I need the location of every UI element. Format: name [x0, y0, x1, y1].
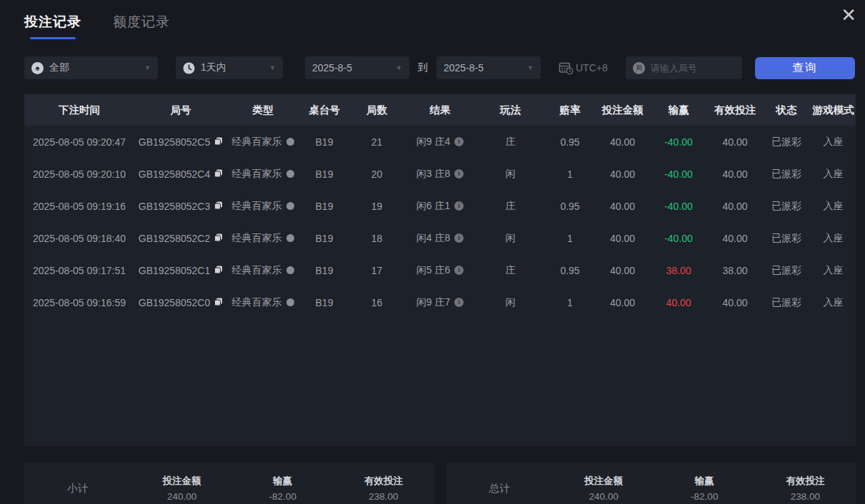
- status: 已派彩: [762, 190, 811, 222]
- stat-value: 240.00: [554, 491, 654, 502]
- chevron-down-icon: ▼: [527, 64, 534, 71]
- play-type: 庄: [476, 190, 544, 222]
- game-mode: 入座: [811, 126, 856, 158]
- result: 闲3 庄8: [416, 168, 450, 181]
- round-number: 21: [350, 126, 404, 158]
- win-loss-value: -40.00: [664, 233, 693, 244]
- game-logo-icon: [286, 234, 294, 242]
- result: 闲9 庄7: [416, 296, 450, 309]
- play-type: 闲: [476, 222, 544, 254]
- table-row: 2025-08-05 09:17:51 GB19258052C1 经典百家乐 B…: [24, 254, 856, 286]
- odds: 1: [544, 158, 596, 190]
- result-cell: 闲9 庄7 i: [404, 286, 476, 318]
- game-type-cell: 经典百家乐: [227, 286, 299, 318]
- column-header: 局数: [350, 94, 404, 126]
- table-body: 2025-08-05 09:20:47 GB19258052C5 经典百家乐 B…: [24, 126, 856, 318]
- win-loss-cell: -40.00: [649, 158, 708, 190]
- result-cell: 闲3 庄8 i: [404, 158, 476, 190]
- round-id: GB19258052C1: [139, 265, 210, 276]
- game-type: 经典百家乐: [232, 200, 282, 213]
- round-id-cell: GB19258052C5: [134, 126, 227, 158]
- chevron-down-icon: ▼: [396, 64, 402, 71]
- info-icon[interactable]: i: [454, 298, 464, 307]
- result-cell: 闲5 庄6 i: [404, 254, 476, 286]
- win-loss-value: 38.00: [666, 265, 691, 276]
- copy-icon[interactable]: [214, 297, 223, 308]
- table-number: B19: [299, 190, 350, 222]
- odds: 0.95: [544, 254, 596, 286]
- game-mode: 入座: [811, 254, 856, 286]
- round-number: 19: [350, 190, 404, 222]
- game-type: 经典百家乐: [232, 232, 282, 245]
- table-row: 2025-08-05 09:18:40 GB19258052C2 经典百家乐 B…: [24, 222, 856, 254]
- query-button[interactable]: 查询: [755, 57, 855, 79]
- result: 闲6 庄1: [416, 200, 450, 213]
- stat-value: -82.00: [654, 491, 755, 502]
- round-number: 20: [350, 158, 404, 190]
- close-icon[interactable]: ✕: [836, 4, 861, 26]
- round-id-cell: GB19258052C1: [134, 254, 227, 286]
- column-header: 玩法: [476, 94, 544, 126]
- stat-value: 240.00: [131, 491, 232, 502]
- round-number: 17: [350, 254, 404, 286]
- valid-bet: 40.00: [708, 190, 762, 222]
- table-row: 2025-08-05 09:19:16 GB19258052C3 经典百家乐 B…: [24, 190, 856, 222]
- chevron-down-icon: ▼: [269, 64, 276, 71]
- stat-value: -82.00: [232, 491, 333, 502]
- game-logo-icon: [286, 170, 294, 178]
- game-type-dropdown[interactable]: ♠ 全部 ▼: [24, 56, 158, 79]
- game-logo-icon: [286, 202, 294, 210]
- column-header: 状态: [762, 94, 811, 126]
- round-search-field[interactable]: 局: [626, 56, 742, 79]
- column-header: 赔率: [544, 94, 596, 126]
- bet-time: 2025-08-05 09:16:59: [24, 286, 134, 318]
- valid-bet: 40.00: [708, 222, 762, 254]
- column-header: 桌台号: [299, 94, 350, 126]
- game-mode: 入座: [811, 222, 856, 254]
- tab-quota-records[interactable]: 额度记录: [113, 13, 170, 39]
- column-header: 投注金额: [596, 94, 649, 126]
- round-number-input[interactable]: [651, 63, 735, 74]
- game-type-cell: 经典百家乐: [227, 126, 299, 158]
- copy-icon[interactable]: [214, 168, 223, 180]
- game-mode: 入座: [811, 158, 856, 190]
- date-to-value: 2025-8-5: [444, 62, 484, 74]
- date-to-dropdown[interactable]: 2025-8-5 ▼: [436, 56, 541, 79]
- total-panel: 总计 投注金额 240.00 输赢 -82.00 有效投注 238.00: [446, 463, 856, 504]
- column-header: 局号: [134, 94, 227, 126]
- valid-bet: 38.00: [708, 254, 762, 286]
- summary-bar: 小计 投注金额 240.00 输赢 -82.00 有效投注 238.00 总计 …: [24, 463, 856, 504]
- copy-icon[interactable]: [214, 201, 223, 212]
- round-id: GB19258052C3: [139, 201, 210, 212]
- copy-icon[interactable]: [214, 233, 223, 244]
- table-number: B19: [299, 126, 350, 158]
- tab-bet-records[interactable]: 投注记录: [24, 13, 81, 39]
- copy-icon[interactable]: [214, 265, 223, 276]
- copy-icon[interactable]: [214, 136, 223, 148]
- table-row: 2025-08-05 09:20:47 GB19258052C5 经典百家乐 B…: [24, 126, 856, 158]
- win-loss-value: -40.00: [664, 168, 693, 180]
- calendar-clock-icon: [559, 61, 574, 75]
- game-type: 经典百家乐: [232, 168, 282, 181]
- stat-label: 输赢: [232, 475, 333, 488]
- play-type: 闲: [476, 286, 544, 318]
- time-range-dropdown[interactable]: 1天内 ▼: [176, 56, 283, 79]
- info-icon[interactable]: i: [454, 201, 464, 211]
- info-icon[interactable]: i: [454, 137, 464, 146]
- total-label: 总计: [446, 475, 554, 495]
- info-icon[interactable]: i: [454, 266, 464, 275]
- stat-value: 238.00: [755, 491, 856, 502]
- stat-label: 投注金额: [131, 475, 232, 488]
- date-from-dropdown[interactable]: 2025-8-5 ▼: [305, 56, 409, 79]
- date-from-value: 2025-8-5: [312, 62, 352, 74]
- info-icon[interactable]: i: [454, 169, 464, 178]
- info-icon[interactable]: i: [454, 233, 464, 243]
- stat-label: 输赢: [654, 475, 755, 488]
- column-header: 有效投注: [708, 94, 762, 126]
- game-type: 经典百家乐: [232, 296, 282, 309]
- round-id-cell: GB19258052C0: [134, 286, 227, 318]
- round-icon: 局: [633, 62, 645, 74]
- valid-bet: 40.00: [708, 158, 762, 190]
- table-number: B19: [299, 158, 350, 190]
- column-header: 下注时间: [24, 94, 134, 126]
